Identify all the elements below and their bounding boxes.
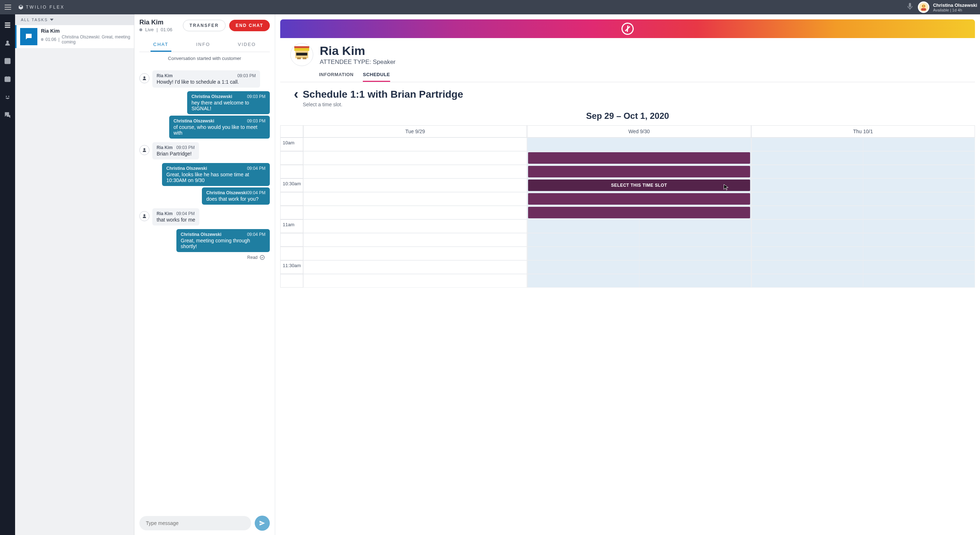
- task-item[interactable]: Ria Kim 01:06 | Christina Olszewski: Gre…: [15, 25, 134, 48]
- task-subtitle: 01:06 | Christina Olszewski: Great, meet…: [41, 35, 130, 44]
- topbar: TWILIO FLEX Christina Olszewski Availabl…: [0, 0, 980, 14]
- calendar-cell[interactable]: [527, 192, 751, 206]
- calendar-cell[interactable]: [303, 165, 527, 178]
- time-label: 11am: [280, 219, 303, 233]
- tab-information[interactable]: INFORMATION: [319, 72, 353, 82]
- calendar-cell[interactable]: [303, 260, 527, 274]
- svg-rect-9: [5, 77, 10, 81]
- person-icon: [139, 73, 150, 83]
- calendar-cell[interactable]: [751, 247, 975, 260]
- svg-rect-8: [5, 59, 10, 64]
- back-icon[interactable]: ‹: [294, 89, 299, 100]
- brand: TWILIO FLEX: [18, 4, 65, 10]
- message-text: Great, meeting coming through shortly!: [181, 238, 266, 249]
- end-chat-button[interactable]: END CHAT: [229, 20, 270, 31]
- day-header: Tue 9/29: [303, 125, 527, 138]
- chat-task-icon: [20, 28, 37, 45]
- calendar-cell[interactable]: [527, 274, 751, 287]
- person-icon: [139, 211, 150, 221]
- calendar-cell[interactable]: [303, 219, 527, 233]
- busy-slot[interactable]: [528, 166, 750, 177]
- calendar-cell[interactable]: [303, 192, 527, 206]
- svg-rect-5: [921, 8, 926, 11]
- user-avatar: [918, 2, 929, 13]
- busy-slot[interactable]: [528, 193, 750, 205]
- contact-name: Ria Kim: [320, 44, 396, 58]
- message-input[interactable]: [139, 516, 251, 530]
- user-block[interactable]: Christina Olszewski Available | 1d 4h: [918, 2, 977, 13]
- calendar-cell[interactable]: [751, 192, 975, 206]
- svg-point-12: [260, 255, 264, 260]
- calendar-cell[interactable]: [751, 233, 975, 247]
- calendar-cell[interactable]: [303, 247, 527, 260]
- brand-text: TWILIO FLEX: [26, 5, 65, 10]
- tab-video[interactable]: VIDEO: [235, 38, 259, 52]
- message-text: hey there and welcome to SIGNAL!: [191, 100, 266, 111]
- tab-info[interactable]: INFO: [193, 38, 213, 52]
- calendar-cell[interactable]: [751, 151, 975, 165]
- busy-slot[interactable]: [528, 207, 750, 218]
- select-time-slot-button[interactable]: SELECT THIS TIME SLOT: [528, 179, 750, 191]
- calendar-grid: Tue 9/29 Wed 9/30 Thu 10/1 10am 10:30am: [280, 125, 975, 287]
- calendar-cell[interactable]: [303, 138, 527, 151]
- read-receipt: Read: [139, 254, 270, 260]
- calendar-cell[interactable]: [303, 151, 527, 165]
- calendar-cell[interactable]: SELECT THIS TIME SLOT: [527, 178, 751, 192]
- busy-slot[interactable]: [528, 152, 750, 164]
- contact-type: ATTENDEE TYPE: Speaker: [320, 59, 396, 66]
- rail-item-people-icon[interactable]: [3, 39, 12, 48]
- time-label: 10am: [280, 138, 303, 151]
- send-button[interactable]: [255, 516, 270, 531]
- rail-item-calendar-icon[interactable]: [3, 75, 12, 83]
- calendar-cell[interactable]: [303, 274, 527, 287]
- mic-icon[interactable]: [907, 3, 913, 11]
- message-list: Ria Kim09:03 PM Howdy! I'd like to sched…: [134, 65, 275, 511]
- calendar-cell[interactable]: [527, 151, 751, 165]
- calendar-cell[interactable]: [751, 274, 975, 287]
- tab-chat[interactable]: CHAT: [151, 38, 171, 52]
- message-text: of course, who would you like to meet wi…: [173, 124, 266, 136]
- conversation-started-label: Conversation started with customer: [134, 52, 275, 65]
- transfer-button[interactable]: TRANSFER: [183, 20, 226, 31]
- task-filter-dropdown[interactable]: ALL TASKS: [15, 14, 134, 25]
- calendar-cell[interactable]: [751, 178, 975, 192]
- time-label: 10:30am: [280, 178, 303, 192]
- svg-point-11: [9, 96, 10, 97]
- rail-item-queues-icon[interactable]: [3, 21, 12, 29]
- brand-banner: [280, 19, 975, 38]
- message-text: Brian Partridge!: [157, 151, 195, 157]
- svg-point-6: [922, 5, 923, 6]
- contact-avatar: [290, 43, 313, 66]
- hamburger-icon[interactable]: [3, 2, 13, 12]
- calendar-cell[interactable]: [527, 206, 751, 219]
- calendar-cell[interactable]: [527, 219, 751, 233]
- calendar-cell[interactable]: [527, 247, 751, 260]
- task-title: Ria Kim: [41, 28, 130, 34]
- rail-item-face-icon[interactable]: [3, 93, 12, 101]
- rail-item-dashboard-icon[interactable]: [3, 57, 12, 65]
- day-header: Thu 10/1: [751, 125, 975, 138]
- message-text: Great, looks like he has some time at 10…: [166, 171, 266, 183]
- calendar-cell[interactable]: [527, 165, 751, 178]
- message-text: does that work for you?: [206, 196, 266, 202]
- calendar-cell[interactable]: [751, 206, 975, 219]
- calendar-cell[interactable]: [303, 178, 527, 192]
- schedule-subtitle: Select a time slot.: [303, 102, 463, 107]
- calendar-cell[interactable]: [303, 233, 527, 247]
- calendar-cell[interactable]: [751, 219, 975, 233]
- calendar-cell[interactable]: [751, 165, 975, 178]
- person-icon: [139, 145, 150, 155]
- svg-point-7: [924, 5, 925, 6]
- rail-item-chat-icon[interactable]: [3, 111, 12, 119]
- svg-rect-16: [296, 53, 307, 56]
- calendar-cell[interactable]: [751, 260, 975, 274]
- svg-rect-18: [303, 57, 306, 59]
- calendar-cell[interactable]: [527, 233, 751, 247]
- calendar-cell[interactable]: [303, 206, 527, 219]
- calendar-cell[interactable]: [527, 260, 751, 274]
- svg-rect-0: [5, 5, 11, 5]
- schedule-title: Schedule 1:1 with Brian Partridge: [303, 89, 463, 100]
- calendar-cell[interactable]: [527, 138, 751, 151]
- calendar-cell[interactable]: [751, 138, 975, 151]
- tab-schedule[interactable]: SCHEDULE: [363, 72, 390, 82]
